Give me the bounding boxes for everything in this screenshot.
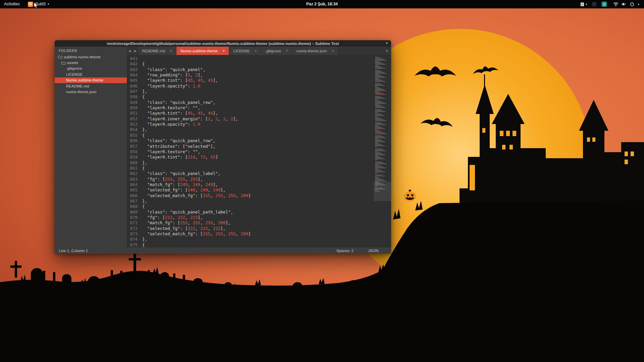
code-line[interactable]: 872 "selected_fg": [222, 222, 222], — [127, 226, 374, 231]
code-line[interactable]: 857 "attributes": ["selected"], — [127, 144, 374, 149]
code-line[interactable]: 853 "layer0.opacity": 1.0 — [127, 122, 374, 127]
sidebar-item-numix-sublime-theme[interactable]: Numix.sublime-theme — [55, 77, 127, 83]
line-number: 866 — [127, 193, 142, 198]
line-number: 858 — [127, 149, 142, 155]
power-icon — [630, 2, 635, 7]
sidebar-item-assets[interactable]: assets — [55, 60, 127, 65]
code-line[interactable]: 849 "class": "quick_panel_row", — [127, 100, 374, 105]
tab-close-icon[interactable]: × — [170, 49, 172, 53]
clock-button[interactable]: Paz 2 Şub, 18:34 — [306, 0, 338, 8]
code-text: "layer0.tint": [45, 45, 45], — [142, 111, 218, 116]
status-syntax-button[interactable]: JSON — [368, 249, 378, 253]
activities-button[interactable]: Activities — [4, 0, 20, 8]
code-text: "layer0.opacity": 1.0 — [142, 83, 200, 89]
tab-next-button[interactable]: ▶ — [132, 47, 138, 55]
line-number: 864 — [127, 182, 142, 187]
sidebar-item-sublime-numix-theme[interactable]: sublime-numix-theme — [55, 54, 127, 60]
code-line[interactable]: 869 "class": "quick_panel_path_label", — [127, 209, 374, 215]
tab-numix-theme-json[interactable]: numix-theme.json× — [292, 47, 338, 55]
code-line[interactable]: 866 "selected_match_fg": [255, 255, 255,… — [127, 193, 374, 198]
tab-prev-button[interactable]: ◀ — [127, 47, 132, 55]
sidebar-item-label: .gitignore — [66, 66, 82, 70]
minimap-viewport[interactable] — [374, 182, 391, 201]
status-position: Line 1, Column 1 — [55, 249, 88, 253]
code-line[interactable]: 848{ — [127, 94, 374, 100]
window-close-button[interactable]: × — [385, 40, 388, 47]
code-line[interactable]: 852 "layer0.inner_margin": [2, 2, 2, 2], — [127, 116, 374, 122]
line-number: 856 — [127, 138, 142, 143]
code-text: "class": "quick_panel", — [142, 67, 205, 72]
code-text: "selected_fg": [222, 222, 222], — [142, 226, 225, 231]
code-line[interactable]: 847}, — [127, 89, 374, 94]
line-number: 844 — [127, 72, 142, 78]
line-number: 861 — [127, 166, 142, 171]
tab-readme-md[interactable]: README.md× — [138, 47, 176, 55]
sidebar-item-gitignore[interactable]: .gitignore — [55, 66, 127, 71]
code-text: }, — [142, 127, 147, 132]
sidebar-item-license[interactable]: LICENSE — [55, 71, 127, 77]
minimap[interactable] — [374, 55, 391, 247]
chevron-down-icon: ▾ — [638, 3, 639, 6]
editor[interactable]: 841842{843 "class": "quick_panel",844 "r… — [127, 55, 391, 247]
line-number: 842 — [127, 61, 142, 67]
code-line[interactable]: 875{ — [127, 242, 374, 247]
code-text: "class": "quick_panel_path_label", — [142, 209, 233, 215]
code-line[interactable]: 845 "layer0.tint": [45, 45, 45], — [127, 78, 374, 83]
code-text: { — [142, 242, 145, 247]
sidebar-header: FOLDERS — [55, 47, 127, 54]
code-line[interactable]: 855{ — [127, 133, 374, 138]
line-number: 863 — [127, 177, 142, 182]
code-line[interactable]: 851 "layer0.tint": [45, 45, 45], — [127, 111, 374, 116]
code-line[interactable]: 870 "fg": [222, 222, 222], — [127, 215, 374, 220]
code-line[interactable]: 868{ — [127, 204, 374, 209]
tab-label: LICENSE — [233, 49, 250, 53]
code-line[interactable]: 854}, — [127, 127, 374, 132]
code-line[interactable]: 874}, — [127, 237, 374, 242]
line-number: 848 — [127, 94, 142, 100]
sidebar-item-numix-theme-json[interactable]: numix-theme.json — [55, 89, 127, 95]
tab-close-icon[interactable]: × — [222, 49, 225, 53]
code-line[interactable]: 867}, — [127, 198, 374, 204]
code-text: "selected_fg": [249, 249, 249], — [142, 187, 225, 193]
tab-gitignore[interactable]: .gitignore× — [261, 47, 292, 55]
line-number: 847 — [127, 89, 142, 94]
line-number: 869 — [127, 209, 142, 215]
sidebar-item-label: assets — [67, 61, 78, 65]
code-line[interactable]: 873 "selected_match_fg": [255, 255, 255,… — [127, 231, 374, 237]
code-line[interactable]: 858 "layer0.texture": "", — [127, 149, 374, 155]
code-line[interactable]: 863 "fg": [255, 255, 255], — [127, 177, 374, 182]
extension-icon — [592, 2, 597, 7]
app-menu[interactable]: S Subl3 ▾ — [28, 0, 49, 8]
tab-close-icon[interactable]: × — [332, 49, 334, 53]
tab-numix-sublime-theme[interactable]: Numix.sublime-theme× — [176, 47, 229, 55]
app-grid-tray-icon[interactable] — [601, 1, 607, 7]
code-text: "attributes": ["selected"], — [142, 144, 215, 149]
code-line[interactable]: 864 "match_fg": [249, 249, 249], — [127, 182, 374, 187]
code-line[interactable]: 871 "match_fg": [255, 255, 255, 200], — [127, 220, 374, 226]
code-line[interactable]: 861{ — [127, 166, 374, 171]
code-line[interactable]: 862 "class": "quick_panel_label", — [127, 171, 374, 176]
line-number: 845 — [127, 78, 142, 83]
code-line[interactable]: 842{ — [127, 61, 374, 67]
code-line[interactable]: 859 "layer0.tint": [214, 73, 55] — [127, 155, 374, 160]
code-line[interactable]: 844 "row_padding": [5, 2], — [127, 72, 374, 78]
tab-close-icon[interactable]: × — [286, 49, 288, 53]
code-line[interactable]: 843 "class": "quick_panel", — [127, 67, 374, 72]
tab-license[interactable]: LICENSE× — [229, 47, 261, 55]
status-indent-button[interactable]: Spaces: 2 — [336, 249, 354, 253]
code-line[interactable]: 856 "class": "quick_panel_row", — [127, 138, 374, 143]
code-line[interactable]: 841 — [127, 56, 374, 61]
window-titlebar[interactable]: /mnt/storage/Development/github/personal… — [55, 40, 391, 47]
extension-tray-icon[interactable] — [592, 2, 597, 7]
system-menu[interactable]: ▾ — [612, 2, 641, 7]
tab-close-icon[interactable]: × — [255, 49, 257, 53]
notes-tray-icon[interactable]: ▾ — [580, 2, 587, 7]
code-line[interactable]: 860}, — [127, 160, 374, 166]
tab-overflow-button[interactable]: ▼ — [383, 47, 391, 55]
code-line[interactable]: 865 "selected_fg": [249, 249, 249], — [127, 187, 374, 193]
sidebar-item-readme-md[interactable]: README.md — [55, 83, 127, 89]
code-line[interactable]: 846 "layer0.opacity": 1.0 — [127, 83, 374, 89]
window-title: /mnt/storage/Development/github/personal… — [107, 42, 339, 46]
folder-icon — [61, 61, 66, 65]
code-line[interactable]: 850 "layer0.texture": "", — [127, 105, 374, 111]
